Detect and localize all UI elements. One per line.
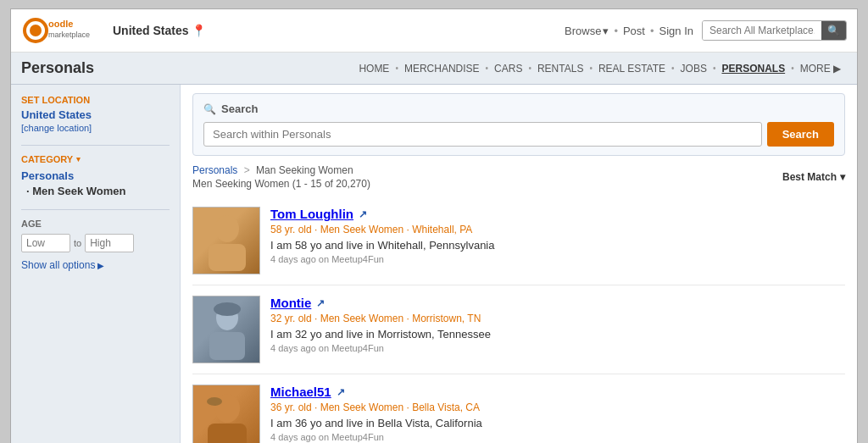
sidebar: SET LOCATION United States [change locat… — [11, 85, 181, 443]
share-icon-2[interactable]: ↗ — [316, 297, 325, 309]
sidebar-divider-2 — [21, 209, 170, 210]
listing-name-link-1[interactable]: Tom Loughlin — [270, 207, 353, 221]
change-location-link[interactable]: [change location] — [21, 123, 92, 133]
sidebar-divider-1 — [21, 145, 170, 146]
person-avatar-1 — [202, 212, 253, 271]
listing-meta-2: 32 yr. old · Men Seek Women · Morristown… — [270, 313, 845, 324]
browse-dropdown-icon: ▾ — [603, 25, 609, 37]
logo-icon: oodle marketplace — [21, 16, 97, 45]
breadcrumb-current: Man Seeking Women — [256, 164, 353, 176]
category-label: CATEGORY ▾ — [21, 154, 170, 164]
svg-rect-8 — [209, 332, 245, 360]
breadcrumb: Personals > Man Seeking Women — [192, 164, 370, 176]
svg-text:marketplace: marketplace — [48, 30, 90, 39]
location-pin-icon: 📍 — [192, 24, 206, 37]
listing-name-1: Tom Loughlin ↗ — [270, 207, 845, 221]
person-avatar-2 — [202, 301, 253, 360]
nav-merchandise[interactable]: MERCHANDISE — [398, 54, 486, 83]
svg-point-5 — [215, 215, 239, 242]
search-container: 🔍 Search Search — [192, 93, 845, 156]
search-title: 🔍 Search — [203, 102, 834, 115]
main-content: SET LOCATION United States [change locat… — [11, 85, 857, 443]
share-icon-1[interactable]: ↗ — [359, 208, 367, 220]
nav-personals[interactable]: PERSONALS — [715, 54, 791, 83]
listing-item: Tom Loughlin ↗ 58 yr. old · Men Seek Wom… — [192, 197, 845, 285]
sign-in-link[interactable]: Sign In — [659, 25, 693, 37]
listing-thumb-3 — [192, 385, 260, 443]
age-label: AGE — [21, 219, 170, 229]
sidebar-category-section: CATEGORY ▾ Personals Men Seek Women — [21, 154, 170, 197]
listing-meta-1: 58 yr. old · Men Seek Women · Whitehall,… — [270, 224, 845, 235]
nav-more[interactable]: MORE ▶ — [794, 54, 847, 83]
nav-real-estate[interactable]: REAL ESTATE — [593, 54, 671, 83]
sidebar-men-seek-women-link[interactable]: Men Seek Women — [26, 185, 170, 197]
svg-rect-11 — [208, 424, 247, 443]
nav-jobs[interactable]: JOBS — [675, 54, 713, 83]
age-low-input[interactable] — [21, 234, 70, 252]
content-area: 🔍 Search Search Personals > Man Seeking … — [181, 85, 857, 443]
sidebar-change-location: [change location] — [21, 123, 170, 133]
location-text: United States — [113, 24, 188, 37]
nav-bar: Personals HOME • MERCHANDISE • CARS • RE… — [11, 53, 857, 85]
age-high-input[interactable] — [85, 234, 134, 252]
header: oodle marketplace United States 📍 Browse… — [11, 9, 857, 53]
top-nav-links: HOME • MERCHANDISE • CARS • RENTALS • RE… — [353, 54, 847, 83]
nav-cars[interactable]: CARS — [488, 54, 528, 83]
listing-meta-3: 36 yr. old · Men Seek Women · Bella Vist… — [270, 401, 845, 413]
listing-desc-3: I am 36 yo and live in Bella Vista, Cali… — [270, 417, 845, 429]
svg-rect-6 — [209, 244, 246, 271]
search-icon: 🔍 — [203, 103, 216, 115]
header-search-input[interactable] — [703, 21, 821, 40]
sidebar-personals-link[interactable]: Personals — [21, 169, 170, 182]
listing-time-1: 4 days ago on Meetup4Fun — [270, 254, 845, 264]
nav-home[interactable]: HOME — [353, 54, 395, 83]
browse-button[interactable]: Browse ▾ — [565, 25, 609, 37]
listing-desc-2: I am 32 yo and live in Morristown, Tenne… — [270, 328, 845, 341]
listing-time-2: 4 days ago on Meetup4Fun — [270, 343, 845, 353]
result-count: Men Seeking Women (1 - 15 of 20,270) — [192, 178, 370, 190]
sort-dropdown[interactable]: Best Match ▾ — [782, 171, 845, 183]
person-avatar-3 — [202, 390, 253, 443]
sort-arrow-icon: ▾ — [840, 171, 845, 183]
age-inputs: to — [21, 234, 170, 252]
listing-time-3: 4 days ago on Meetup4Fun — [270, 432, 845, 442]
search-button[interactable]: Search — [767, 122, 834, 147]
header-search-button[interactable]: 🔍 — [821, 21, 846, 40]
listing-desc-1: I am 58 yo and live in Whitehall, Pennsy… — [270, 239, 845, 252]
age-to-label: to — [74, 238, 81, 248]
listing-info-1: Tom Loughlin ↗ 58 yr. old · Men Seek Wom… — [270, 207, 845, 274]
logo-area: oodle marketplace United States 📍 — [21, 16, 206, 45]
search-input[interactable] — [203, 122, 762, 147]
listing-thumb-1 — [192, 207, 260, 274]
listing-thumb-2 — [192, 296, 260, 363]
show-all-arrow-icon: ▶ — [97, 261, 104, 270]
share-icon-3[interactable]: ↗ — [337, 386, 345, 398]
listing-name-link-3[interactable]: Michael51 — [270, 385, 331, 399]
search-row: Search — [203, 122, 834, 147]
sidebar-location-section: SET LOCATION United States [change locat… — [21, 95, 170, 133]
page-title: Personals — [21, 53, 94, 84]
listing-name-link-2[interactable]: Montie — [270, 296, 311, 310]
listing-name-2: Montie ↗ — [270, 296, 845, 310]
svg-point-2 — [30, 25, 42, 36]
breadcrumb-personals-link[interactable]: Personals — [192, 164, 237, 176]
sidebar-age-section: AGE to Show all options ▶ — [21, 219, 170, 271]
category-arrow-icon: ▾ — [76, 155, 81, 163]
show-all-options-link[interactable]: Show all options ▶ — [21, 259, 170, 271]
header-location[interactable]: United States 📍 — [113, 24, 206, 37]
listing-name-3: Michael51 ↗ — [270, 385, 845, 399]
nav-rentals[interactable]: RENTALS — [531, 54, 589, 83]
set-location-label: SET LOCATION — [21, 95, 170, 105]
header-search-box: 🔍 — [702, 20, 847, 41]
listing-item: Michael51 ↗ 36 yr. old · Men Seek Women … — [192, 374, 845, 443]
listing-info-2: Montie ↗ 32 yr. old · Men Seek Women · M… — [270, 296, 845, 363]
svg-point-9 — [214, 302, 241, 316]
listing-item: Montie ↗ 32 yr. old · Men Seek Women · M… — [192, 285, 845, 374]
header-nav: Browse ▾ • Post • Sign In — [565, 25, 693, 37]
sidebar-location-value[interactable]: United States — [21, 108, 170, 121]
svg-text:oodle: oodle — [48, 19, 73, 29]
breadcrumb-area: Personals > Man Seeking Women Men Seekin… — [192, 164, 370, 190]
listing-info-3: Michael51 ↗ 36 yr. old · Men Seek Women … — [270, 385, 845, 443]
header-right: Browse ▾ • Post • Sign In 🔍 — [565, 20, 847, 41]
post-link[interactable]: Post — [623, 25, 645, 37]
